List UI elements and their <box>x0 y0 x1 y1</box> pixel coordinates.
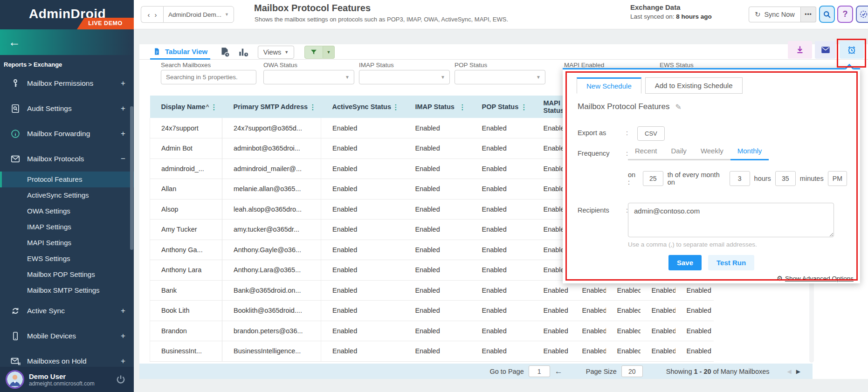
go-arrow-icon[interactable]: ← <box>555 367 563 376</box>
goto-page-input[interactable] <box>529 365 550 377</box>
search-icon <box>822 10 832 19</box>
sidebar-submenu-item[interactable]: MAPI Settings <box>0 235 134 251</box>
cell-status: Enabled <box>471 301 532 321</box>
column-header-smtp[interactable]: Primary SMTP Address⋮ <box>222 96 321 118</box>
cell-status: Enabled <box>675 321 714 341</box>
app-window: AdminDroid LIVE DEMO ← Reports > Exchang… <box>0 0 868 392</box>
chevron-down-icon: ▼ <box>225 12 229 17</box>
show-advanced-options-link[interactable]: ⚙ Show Advanced Options <box>777 275 854 282</box>
search-input[interactable] <box>161 70 256 84</box>
chevron-down-icon: ▼ <box>441 75 445 80</box>
forward-chevron[interactable]: › <box>155 11 157 19</box>
expand-plus-icon[interactable]: + <box>121 331 125 341</box>
cell-status: Enabled <box>321 240 404 260</box>
expand-plus-icon[interactable]: + <box>121 306 125 316</box>
column-menu-icon[interactable]: ⋮ <box>310 103 317 110</box>
sync-now-button[interactable]: ↻ Sync Now <box>749 7 801 22</box>
email-report-button[interactable] <box>815 41 836 59</box>
table-row[interactable]: Brandon brandon.peters@o36... Enabled En… <box>150 321 714 341</box>
day-suffix-label: th of every month on <box>668 171 725 186</box>
schedule-tab[interactable]: New Schedule <box>577 77 641 94</box>
back-chevron[interactable]: ‹ <box>148 11 150 19</box>
frequency-option[interactable]: Weekly <box>694 147 730 160</box>
sidebar-item-active-sync[interactable]: Active Sync + <box>0 298 134 323</box>
sidebar-item-mailbox-forwarding[interactable]: Mailbox Forwarding + <box>0 121 134 146</box>
table-row[interactable]: BusinessInt... BusinessIntelligence... E… <box>150 341 714 362</box>
save-button[interactable]: Save <box>668 255 702 270</box>
frequency-option[interactable]: Monthly <box>730 147 769 160</box>
frequency-option[interactable]: Daily <box>664 147 694 160</box>
column-header-activesync[interactable]: ActiveSync Status⋮ <box>321 96 404 118</box>
chart-clock-icon <box>237 46 249 58</box>
schedule-report-button[interactable] <box>840 41 864 59</box>
sidebar-scrollbar[interactable] <box>130 106 133 250</box>
cell-status: Enabled <box>471 179 532 199</box>
avatar[interactable] <box>6 370 24 389</box>
cell-smtp-address: Anthony.Gayle@o36... <box>222 240 321 260</box>
tab-chart-view[interactable] <box>237 46 249 58</box>
more-options-button[interactable]: ••• <box>801 7 816 22</box>
sidebar-item-audit-settings[interactable]: Audit Settings + <box>0 96 134 121</box>
column-menu-icon[interactable]: ⋮ <box>459 103 466 110</box>
day-of-month-input[interactable] <box>643 171 663 186</box>
expand-plus-icon[interactable]: + <box>121 104 125 113</box>
cell-display-name: Brandon <box>150 321 222 341</box>
filter-caret-button[interactable]: ▼ <box>323 46 335 59</box>
edit-pencil-icon[interactable]: ✎ <box>675 103 681 111</box>
schedule-tab[interactable]: Add to Existing Schedule <box>645 77 743 94</box>
cell-status: Enabled <box>471 220 532 240</box>
expand-plus-icon[interactable]: + <box>121 79 125 88</box>
am-pm-toggle[interactable]: PM <box>828 171 847 186</box>
filter-split-button[interactable]: ▼ <box>304 46 335 59</box>
views-dropdown-button[interactable]: Views ▼ <box>258 46 294 59</box>
column-menu-icon[interactable]: ⋮ <box>393 103 400 110</box>
sort-asc-icon[interactable]: ^ <box>206 103 209 110</box>
table-row[interactable]: Book Lith Booklith@o365droid.... Enabled… <box>150 301 714 321</box>
cell-status: Enabled <box>471 158 532 179</box>
minute-input[interactable] <box>775 171 796 186</box>
prev-page-icon[interactable]: ◀ <box>787 368 792 375</box>
power-icon[interactable] <box>115 374 126 385</box>
filter-select-pop[interactable]: ▼ <box>455 70 545 84</box>
column-menu-icon[interactable]: ⋮ <box>211 103 218 110</box>
back-arrow-icon[interactable]: ← <box>8 35 21 49</box>
scheduled-reports-button[interactable] <box>856 6 868 23</box>
hour-input[interactable] <box>730 171 750 186</box>
search-button[interactable] <box>819 6 835 23</box>
tenant-selector[interactable]: AdminDroid Dem... ▼ <box>163 6 234 23</box>
sidebar-submenu-item[interactable]: ActiveSync Settings <box>0 187 134 203</box>
help-button[interactable]: ? <box>837 6 853 23</box>
sidebar-item-mailbox-permissions[interactable]: Mailbox Permissions + <box>0 71 134 96</box>
filter-select-owa[interactable]: ▼ <box>263 70 354 84</box>
sidebar-submenu-item[interactable]: Mailbox POP Settings <box>0 267 134 282</box>
cell-status: Enabled <box>321 199 404 220</box>
sidebar-submenu-item[interactable]: EWS Settings <box>0 251 134 267</box>
sidebar-submenu-item[interactable]: Mailbox SMTP Settings <box>0 282 134 298</box>
expand-plus-icon[interactable]: + <box>121 357 125 366</box>
sidebar-item-mailbox-protocols[interactable]: Mailbox Protocols − <box>0 146 134 172</box>
sidebar-submenu-item[interactable]: OWA Settings <box>0 203 134 219</box>
tab-tabular-view[interactable]: Tabular View <box>150 44 210 60</box>
nav-history-group: ‹ › <box>141 6 163 23</box>
sidebar-submenu-item[interactable]: IMAP Settings <box>0 219 134 235</box>
frequency-option[interactable]: Recent <box>628 147 664 160</box>
export-format-button[interactable]: CSV <box>637 126 665 141</box>
filter-label-pop: POP Status <box>455 62 487 69</box>
tab-summary-view[interactable] <box>219 46 231 58</box>
recipients-textarea[interactable]: admin@contoso.com <box>628 203 834 237</box>
sidebar-item-mobile-devices[interactable]: Mobile Devices + <box>0 323 134 349</box>
download-button[interactable] <box>788 41 812 59</box>
filter-select-imap[interactable]: ▼ <box>359 70 450 84</box>
column-header-imap[interactable]: IMAP Status⋮ <box>404 96 471 118</box>
column-header-display-name[interactable]: Display Name^⋮ <box>150 96 222 118</box>
column-menu-icon[interactable]: ⋮ <box>521 103 528 110</box>
column-header-pop[interactable]: POP Status⋮ <box>471 96 532 118</box>
test-run-button[interactable]: Test Run <box>708 255 754 270</box>
collapse-minus-icon[interactable]: − <box>121 154 125 164</box>
cell-display-name: Alsop <box>150 199 222 220</box>
filter-funnel-icon[interactable] <box>304 46 323 59</box>
expand-plus-icon[interactable]: + <box>121 129 125 138</box>
next-page-icon[interactable]: ▶ <box>796 368 800 375</box>
page-size-input[interactable] <box>621 365 643 377</box>
sidebar-submenu-item[interactable]: Protocol Features <box>0 172 134 187</box>
